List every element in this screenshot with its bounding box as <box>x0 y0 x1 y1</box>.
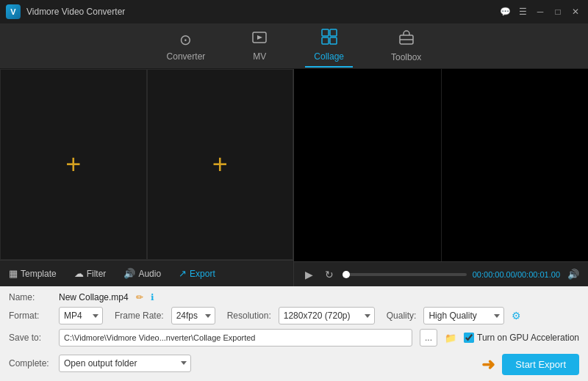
tab-mv[interactable]: MV <box>243 26 276 66</box>
complete-select[interactable]: Open output folder Do nothing Shut down <box>59 355 191 372</box>
template-btn[interactable]: ▦ Template <box>6 266 60 280</box>
folder-icon[interactable]: 📁 <box>445 333 456 344</box>
file-name: New Collage.mp4 <box>59 292 129 302</box>
volume-btn[interactable]: 🔊 <box>566 267 581 282</box>
tab-toolbox-label: Toolbox <box>391 52 421 62</box>
tab-converter-label: Converter <box>167 51 206 62</box>
preview-right <box>442 69 589 261</box>
edit-name-icon[interactable]: ✏ <box>136 292 143 302</box>
progress-dot <box>343 271 350 278</box>
filter-label: Filter <box>87 269 107 279</box>
collage-icon <box>321 29 337 48</box>
nav-bar: ⊙ Converter MV Collage <box>0 23 588 69</box>
framerate-select[interactable]: 24fps 30fps 60fps <box>171 307 215 324</box>
collage-slot-1[interactable]: + <box>0 69 147 260</box>
app-title: Vidmore Video Converter <box>26 7 125 17</box>
quality-label: Quality: <box>387 311 417 321</box>
collage-area: + + <box>0 69 293 260</box>
framerate-label: Frame Rate: <box>115 311 164 321</box>
gpu-checkbox[interactable] <box>464 333 474 343</box>
main-content: + + ▦ Template ☁ Filter 🔊 Audio ↗ Export <box>0 69 588 286</box>
play-btn[interactable]: ▶ <box>301 267 316 282</box>
player-controls: ▶ ↻ 00:00:00.00/00:00:01.00 🔊 <box>294 261 588 286</box>
title-bar-left: V Vidmore Video Converter <box>6 4 125 19</box>
add-video-icon-2: + <box>212 151 228 178</box>
preview-left <box>294 69 442 261</box>
gpu-checkbox-area: Turn on GPU Acceleration <box>464 333 579 343</box>
audio-icon: 🔊 <box>123 268 135 279</box>
svg-rect-3 <box>322 37 329 44</box>
mv-icon <box>252 30 267 48</box>
export-label: Export <box>190 269 215 279</box>
right-panel: ▶ ↻ 00:00:00.00/00:00:01.00 🔊 <box>294 69 588 286</box>
audio-btn[interactable]: 🔊 Audio <box>121 266 164 280</box>
resolution-label: Resolution: <box>227 311 271 321</box>
export-btn[interactable]: ↗ Export <box>176 266 218 280</box>
format-select[interactable]: MP4 MOV AVI <box>59 307 103 324</box>
audio-label: Audio <box>138 269 161 279</box>
format-row: Format: MP4 MOV AVI Frame Rate: 24fps 30… <box>9 307 579 324</box>
gpu-label: Turn on GPU Acceleration <box>477 333 579 343</box>
quality-select[interactable]: High Quality Medium Quality Low Quality <box>423 307 504 324</box>
minimize-btn[interactable]: ─ <box>534 5 547 18</box>
gear-icon[interactable]: ⚙ <box>512 310 521 322</box>
loop-btn[interactable]: ↻ <box>322 267 337 282</box>
complete-label: Complete: <box>9 358 51 369</box>
svg-rect-4 <box>330 37 337 44</box>
add-video-icon-1: + <box>65 151 81 178</box>
filter-btn[interactable]: ☁ Filter <box>71 266 110 280</box>
name-row: Name: New Collage.mp4 ✏ ℹ <box>9 292 579 302</box>
title-bar: V Vidmore Video Converter 💬 ☰ ─ □ ✕ <box>0 0 588 23</box>
chat-btn[interactable]: 💬 <box>498 5 512 18</box>
tab-collage[interactable]: Collage <box>305 24 353 68</box>
info-icon[interactable]: ℹ <box>151 292 154 302</box>
complete-row: Complete: Open output folder Do nothing … <box>9 351 579 375</box>
maximize-btn[interactable]: □ <box>551 5 564 18</box>
converter-icon: ⊙ <box>179 31 192 48</box>
svg-rect-1 <box>322 29 329 36</box>
close-btn[interactable]: ✕ <box>569 5 582 18</box>
svg-rect-2 <box>330 29 337 36</box>
tab-mv-label: MV <box>253 51 266 62</box>
arrow-icon: ➜ <box>481 355 495 374</box>
template-label: Template <box>21 269 57 279</box>
template-icon: ▦ <box>9 268 18 279</box>
tab-converter[interactable]: ⊙ Converter <box>158 26 215 66</box>
preview-area <box>294 69 588 261</box>
collage-slot-2[interactable]: + <box>147 69 294 260</box>
tab-collage-label: Collage <box>314 51 344 62</box>
format-label: Format: <box>9 311 51 321</box>
saveto-row: Save to: ... 📁 Turn on GPU Acceleration <box>9 329 579 346</box>
app-icon: V <box>6 4 21 19</box>
saveto-label: Save to: <box>9 333 51 343</box>
progress-bar[interactable] <box>343 273 467 276</box>
save-path-input[interactable] <box>59 329 412 346</box>
export-icon: ↗ <box>179 268 187 279</box>
toolbox-icon <box>398 29 415 49</box>
tab-toolbox[interactable]: Toolbox <box>382 25 430 67</box>
title-bar-controls: 💬 ☰ ─ □ ✕ <box>498 5 582 18</box>
settings-panel: Name: New Collage.mp4 ✏ ℹ Format: MP4 MO… <box>0 286 588 381</box>
menu-btn[interactable]: ☰ <box>516 5 529 18</box>
start-export-btn[interactable]: Start Export <box>502 354 579 375</box>
left-toolbar: ▦ Template ☁ Filter 🔊 Audio ↗ Export <box>0 260 293 286</box>
time-display: 00:00:00.00/00:00:01.00 <box>473 270 560 279</box>
name-label: Name: <box>9 292 51 302</box>
browse-btn[interactable]: ... <box>420 329 437 346</box>
left-panel: + + ▦ Template ☁ Filter 🔊 Audio ↗ Export <box>0 69 294 286</box>
filter-icon: ☁ <box>74 268 84 279</box>
resolution-select[interactable]: 1280x720 (720p) 1920x1080 (1080p) 3840x2… <box>279 307 375 324</box>
export-area: ➜ Start Export <box>481 354 579 375</box>
